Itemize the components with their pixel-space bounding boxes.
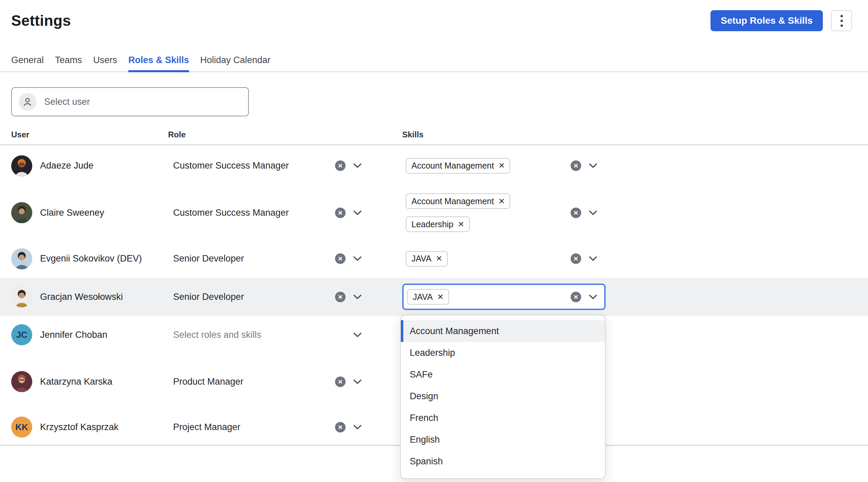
role-value: Product Manager (173, 377, 243, 387)
role-chevron-icon[interactable] (353, 163, 362, 168)
avatar (11, 202, 32, 223)
skill-tag-label: JAVA (413, 292, 433, 302)
role-chevron-icon[interactable] (353, 425, 362, 430)
role-chevron-icon[interactable] (353, 256, 362, 261)
page-title: Settings (11, 12, 71, 29)
user-name: Katarzyna Karska (40, 377, 112, 387)
avatar (11, 248, 32, 269)
setup-roles-skills-button[interactable]: Setup Roles & Skills (710, 10, 823, 31)
role-chevron-icon[interactable] (353, 210, 362, 215)
role-chevron-icon[interactable] (353, 379, 362, 384)
skills-chevron-icon[interactable] (589, 210, 597, 215)
skills-select[interactable]: Account Management✕ (402, 151, 606, 181)
tab-general[interactable]: General (11, 55, 44, 71)
skill-tag-label: JAVA (411, 254, 431, 264)
skills-select-icons (571, 253, 597, 264)
skills-select[interactable]: Account Management✕Leadership✕ (402, 186, 606, 239)
dropdown-option[interactable]: Account Management (401, 320, 605, 342)
skills-chevron-icon[interactable] (589, 163, 597, 168)
role-select[interactable]: Select roles and skills (168, 330, 370, 340)
avatar-photo-illustration (11, 248, 32, 269)
skills-select-icons (571, 292, 597, 302)
role-clear-button[interactable] (335, 160, 346, 171)
kebab-menu-icon (841, 24, 843, 27)
role-clear-button[interactable] (335, 253, 346, 264)
role-select-icons (335, 160, 362, 171)
tab-holiday-calendar[interactable]: Holiday Calendar (200, 55, 271, 71)
role-placeholder: Select roles and skills (173, 330, 261, 340)
role-clear-button[interactable] (335, 292, 346, 302)
user-name: Adaeze Jude (40, 160, 94, 171)
dropdown-option[interactable]: English (401, 429, 605, 450)
role-select-icons (335, 377, 362, 387)
role-select[interactable]: Customer Success Manager (168, 160, 370, 171)
role-clear-button[interactable] (335, 208, 346, 218)
role-value: Senior Developer (173, 292, 244, 302)
role-select[interactable]: Senior Developer (168, 253, 370, 264)
column-header-role: Role (168, 130, 370, 139)
skill-tag-label: Account Management (411, 196, 494, 206)
clear-x-icon (573, 256, 578, 261)
skills-clear-button[interactable] (571, 253, 581, 264)
remove-skill-icon[interactable]: ✕ (498, 162, 505, 170)
remove-skill-icon[interactable]: ✕ (437, 293, 444, 301)
skills-clear-button[interactable] (571, 292, 581, 302)
role-select[interactable]: Project Manager (168, 422, 370, 432)
dropdown-option[interactable]: Leadership (401, 342, 605, 364)
role-select[interactable]: Customer Success Manager (168, 208, 370, 218)
tab-roles-skills[interactable]: Roles & Skills (128, 55, 189, 72)
user-name: Krzysztof Kasprzak (40, 422, 118, 432)
role-select-icons (353, 332, 362, 338)
role-chevron-icon[interactable] (353, 332, 362, 338)
skills-select[interactable]: JAVA✕ (402, 284, 606, 310)
clear-x-icon (338, 379, 343, 384)
skills-clear-button[interactable] (571, 160, 581, 171)
column-header-user: User (11, 130, 168, 139)
dropdown-option[interactable]: French (401, 407, 605, 429)
table-header: User Role Skills (0, 130, 868, 146)
clear-x-icon (338, 163, 343, 168)
skills-chevron-icon[interactable] (589, 256, 597, 261)
skills-clear-button[interactable] (571, 208, 581, 218)
kebab-menu-icon (841, 20, 843, 22)
remove-skill-icon[interactable]: ✕ (498, 197, 505, 205)
skill-tags: Account Management✕ (406, 151, 510, 181)
skills-chevron-icon[interactable] (589, 294, 597, 300)
skills-select[interactable]: JAVA✕ (402, 244, 606, 274)
user-name: Claire Sweeney (40, 208, 104, 218)
avatar-initials-text: JC (16, 330, 27, 340)
kebab-menu-button[interactable] (831, 10, 852, 31)
user-name: Gracjan Wesołowski (40, 292, 123, 302)
avatar-photo-illustration (11, 155, 32, 176)
clear-x-icon (338, 294, 343, 300)
role-clear-button[interactable] (335, 377, 346, 387)
user-cell: Gracjan Wesołowski (11, 286, 168, 307)
role-clear-button[interactable] (335, 422, 346, 432)
clear-x-icon (338, 210, 343, 215)
role-value: Customer Success Manager (173, 208, 289, 218)
select-user-input[interactable]: Select user (11, 87, 249, 116)
table-row: Evgenii Sokovikov (DEV) Senior Developer… (0, 239, 868, 278)
select-user-placeholder: Select user (44, 97, 90, 107)
user-cell: Evgenii Sokovikov (DEV) (11, 248, 168, 269)
skill-tags: Account Management✕Leadership✕ (406, 186, 510, 239)
tab-users[interactable]: Users (93, 55, 117, 71)
dropdown-option[interactable]: SAFe (401, 364, 605, 385)
tab-teams[interactable]: Teams (55, 55, 82, 71)
dropdown-option[interactable]: Spanish (401, 450, 605, 472)
skill-tags: JAVA✕ (406, 244, 448, 274)
role-select[interactable]: Senior Developer (168, 292, 370, 302)
top-bar: Settings Setup Roles & Skills (0, 0, 868, 31)
skill-tag-label: Leadership (411, 219, 454, 229)
user-cell: Katarzyna Karska (11, 371, 168, 392)
role-value: Customer Success Manager (173, 160, 289, 171)
clear-x-icon (338, 425, 343, 430)
user-cell: Claire Sweeney (11, 202, 168, 223)
remove-skill-icon[interactable]: ✕ (458, 220, 464, 228)
tab-bar: GeneralTeamsUsersRoles & SkillsHoliday C… (0, 55, 868, 72)
role-chevron-icon[interactable] (353, 294, 362, 300)
remove-skill-icon[interactable]: ✕ (436, 255, 442, 263)
role-select[interactable]: Product Manager (168, 377, 370, 387)
table-row: Adaeze Jude Customer Success Manager Acc… (0, 146, 868, 186)
dropdown-option[interactable]: Design (401, 385, 605, 407)
